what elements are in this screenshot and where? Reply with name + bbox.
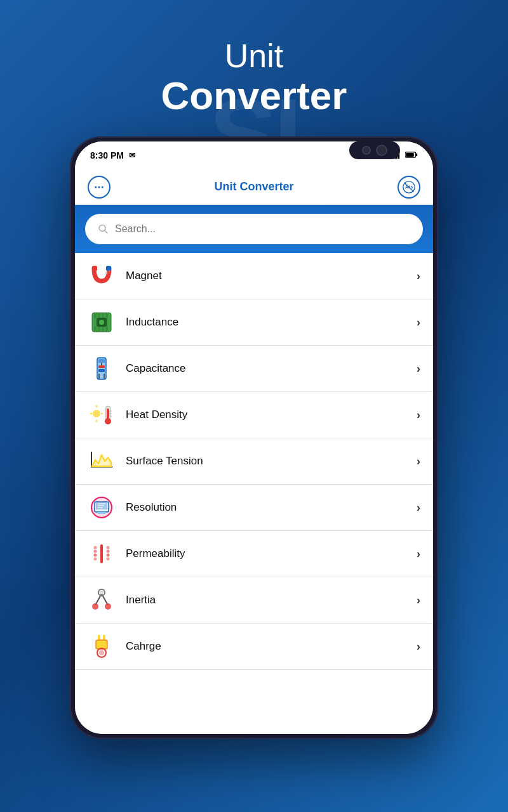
permeability-icon — [88, 540, 116, 568]
svg-rect-23 — [102, 313, 104, 318]
svg-point-9 — [102, 186, 104, 188]
svg-rect-25 — [94, 327, 97, 332]
list-item[interactable]: Cahrge › — [75, 624, 433, 670]
inductance-icon — [88, 308, 116, 336]
svg-point-75 — [105, 603, 111, 610]
svg-point-18 — [109, 270, 110, 272]
inductance-chevron: › — [417, 316, 420, 329]
charge-chevron: › — [417, 640, 420, 653]
svg-rect-34 — [98, 365, 105, 368]
svg-rect-6 — [406, 153, 414, 157]
heat-density-chevron: › — [417, 409, 420, 422]
svg-line-14 — [105, 231, 107, 233]
svg-rect-44 — [107, 409, 109, 419]
svg-rect-15 — [92, 266, 97, 271]
svg-point-69 — [107, 558, 110, 561]
svg-rect-28 — [105, 327, 108, 332]
capacitance-icon — [88, 355, 116, 383]
magnet-label: Magnet — [126, 270, 406, 282]
svg-rect-21 — [94, 313, 97, 318]
svg-point-81 — [99, 650, 104, 655]
resolution-label: Resolution — [126, 501, 406, 514]
svg-point-62 — [94, 546, 97, 549]
search-container — [75, 205, 433, 253]
list-item[interactable]: Inductance › — [75, 299, 433, 346]
inertia-chevron: › — [417, 594, 420, 607]
svg-point-30 — [99, 320, 104, 325]
capacitance-chevron: › — [417, 362, 420, 376]
svg-point-65 — [94, 558, 97, 561]
app-header: Unit Converter Ads — [75, 169, 433, 205]
charge-icon — [88, 632, 116, 660]
svg-rect-5 — [416, 154, 418, 156]
phone-notch — [349, 141, 400, 159]
svg-rect-26 — [98, 327, 100, 332]
list-item[interactable]: Resolution › — [75, 485, 433, 531]
svg-rect-27 — [102, 327, 104, 332]
svg-point-7 — [95, 186, 97, 188]
camera-dot-1 — [362, 146, 371, 155]
permeability-label: Permeability — [126, 547, 406, 560]
svg-point-19 — [105, 269, 106, 270]
heat-density-label: Heat Density — [126, 409, 406, 421]
inertia-icon — [88, 586, 116, 614]
svg-rect-78 — [96, 640, 107, 649]
svg-point-63 — [94, 550, 97, 553]
surface-tension-label: Surface Tension — [126, 455, 406, 468]
list-container: Magnet › — [75, 253, 433, 734]
surface-tension-chevron: › — [417, 455, 420, 468]
permeability-chevron: › — [417, 547, 420, 561]
magnet-icon — [88, 262, 116, 290]
page-title-bold: Converter — [161, 74, 347, 117]
svg-text:Ads: Ads — [405, 185, 413, 189]
svg-rect-32 — [98, 359, 105, 363]
svg-point-68 — [107, 554, 110, 557]
svg-marker-52 — [92, 455, 111, 466]
svg-point-17 — [105, 272, 108, 274]
charge-label: Cahrge — [126, 640, 406, 653]
svg-point-64 — [94, 554, 97, 557]
svg-rect-22 — [98, 313, 100, 318]
svg-point-73 — [100, 591, 104, 594]
search-icon — [98, 223, 109, 235]
svg-rect-56 — [98, 512, 105, 514]
email-icon: ✉ — [129, 151, 135, 160]
inertia-label: Inertia — [126, 594, 406, 606]
list-item[interactable]: Permeability › — [75, 531, 433, 577]
header-title: Unit Converter — [214, 180, 293, 193]
phone-frame: 8:30 PM ✉ — [70, 136, 438, 739]
svg-point-67 — [107, 550, 110, 553]
capacitance-label: Capacitance — [126, 362, 406, 375]
search-input[interactable] — [115, 223, 410, 235]
list-item[interactable]: Capacitance › — [75, 346, 433, 392]
list-item[interactable]: Surface Tension › — [75, 438, 433, 485]
surface-tension-icon — [88, 447, 116, 475]
menu-button[interactable] — [88, 176, 110, 199]
resolution-chevron: › — [417, 501, 420, 514]
svg-rect-77 — [103, 635, 105, 640]
svg-rect-24 — [105, 313, 108, 318]
list-item[interactable]: Magnet › — [75, 253, 433, 299]
svg-rect-61 — [100, 544, 103, 563]
heat-density-icon — [88, 401, 116, 429]
svg-point-74 — [92, 603, 98, 610]
inductance-label: Inductance — [126, 316, 406, 329]
svg-point-66 — [107, 546, 110, 549]
list-item[interactable]: Inertia › — [75, 577, 433, 624]
svg-point-8 — [98, 186, 100, 188]
status-time: 8:30 PM — [90, 150, 124, 160]
page-title-area: Unit Converter — [161, 38, 347, 117]
page-title-normal: Unit — [161, 38, 347, 74]
magnet-chevron: › — [417, 270, 420, 283]
battery-icon — [405, 151, 418, 160]
resolution-icon — [88, 494, 116, 521]
svg-rect-35 — [98, 369, 105, 372]
list-item[interactable]: Heat Density › — [75, 392, 433, 438]
camera-dot-2 — [376, 145, 387, 156]
svg-rect-76 — [98, 635, 100, 640]
search-bar[interactable] — [85, 214, 423, 244]
svg-point-45 — [105, 418, 111, 424]
ads-button[interactable]: Ads — [398, 176, 420, 199]
phone-inner: 8:30 PM ✉ — [75, 141, 433, 734]
svg-point-38 — [93, 410, 100, 417]
